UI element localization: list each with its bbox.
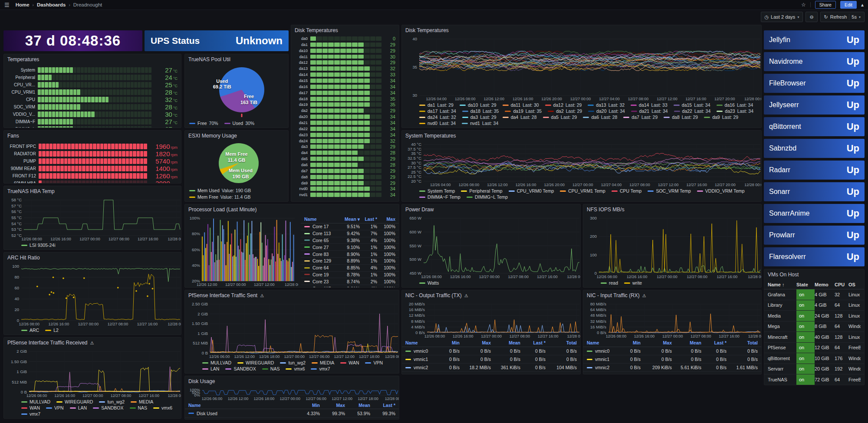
legend-item-vmx7[interactable]: vmx7: [21, 411, 40, 416]
system-temperatures-chart[interactable]: 40 °C37.5 °C35 °C32.5 °C30 °C27.5 °C25 °…: [402, 141, 761, 201]
panel-title[interactable]: NIC - Output Traffic (TX): [405, 292, 462, 298]
legend-item-da15[interactable]: da15Last: 34: [674, 102, 710, 108]
legend-item-da23[interactable]: da23Last: 34: [717, 108, 753, 114]
panel-title[interactable]: Disk Temperatures: [295, 27, 338, 33]
panel-title[interactable]: Fans: [7, 133, 19, 139]
legend-item-da10[interactable]: da10Last: 29: [460, 102, 496, 108]
column-header-max[interactable]: Max: [377, 216, 395, 222]
column-header-memo[interactable]: Memo: [815, 282, 835, 287]
chart-plot-area[interactable]: 100%80%60%40%20%12/26 12:0012/27 00:0012…: [187, 215, 298, 287]
column-header-last-[interactable]: Last *: [520, 340, 546, 345]
legend-item-da19[interactable]: da19Last: 35: [505, 108, 542, 114]
column-header-mean[interactable]: Mean: [491, 340, 520, 345]
chart-plot-area[interactable]: 58 °C57 °C56 °C55 °C54 °C53 °C52 °C12/26…: [7, 197, 181, 242]
panel-title[interactable]: Disk Temperatures: [405, 27, 449, 33]
legend-item-SOC_VRM Temp[interactable]: SOC_VRM Temp: [648, 188, 690, 193]
menu-icon[interactable]: ☰: [4, 2, 10, 8]
legend-item-da20[interactable]: da20Last: 34: [588, 108, 625, 114]
legend-item-da12[interactable]: da12Last: 29: [545, 102, 582, 108]
column-header-max[interactable]: Max: [320, 403, 345, 408]
chart-plot-area[interactable]: 2.50 GiB2 GiB1.50 GiB1 GiB512 MiB0 B12/2…: [187, 301, 399, 359]
panel-title[interactable]: System Temperatures: [405, 133, 456, 139]
legend-item-MULLVAD[interactable]: MULLVAD: [21, 399, 50, 404]
column-header-state[interactable]: State: [796, 282, 815, 287]
column-header-max[interactable]: Max: [641, 340, 672, 345]
legend-item-da21[interactable]: da21Last: 34: [631, 108, 668, 114]
column-header-last-[interactable]: Last *: [360, 216, 377, 222]
collapse-nav-icon[interactable]: ▴: [861, 2, 864, 8]
column-header-name[interactable]: Name: [304, 216, 337, 222]
chart-plot-area[interactable]: 2 GiB1.50 GiB1 GiB512 MiB0 B12/26 08:001…: [7, 348, 181, 398]
edit-button[interactable]: Edit: [840, 1, 857, 9]
panel-title[interactable]: TrueNAS HBA Temp: [7, 188, 55, 194]
legend-item-WAN[interactable]: WAN: [340, 360, 359, 365]
legend-item-ARC[interactable]: ARC: [21, 328, 39, 333]
chart-plot-area[interactable]: 100%50%0%12/26 06:0012/26 12:0012/26 18:…: [187, 387, 399, 401]
chart-plot-area[interactable]: 300200100012/26 08:0012/26 16:0012/27 00…: [586, 215, 762, 279]
legend-item-da17[interactable]: da17Last: 34: [419, 108, 456, 114]
legend-item-nvd1[interactable]: nvd1Last: 34: [462, 121, 498, 126]
chart-plot-area[interactable]: 10080604020012/26 08:0012/26 16:0012/27 …: [7, 263, 181, 327]
legend-item-L2[interactable]: L2: [45, 328, 59, 333]
legend-item-Free[interactable]: Free70%: [189, 121, 218, 126]
legend-item-da5[interactable]: da5Last: 29: [543, 115, 577, 120]
legend-item-read[interactable]: read: [601, 280, 618, 285]
breadcrumb-home[interactable]: Home: [16, 2, 30, 7]
legend-item-CPU Temp[interactable]: CPU Temp: [612, 188, 642, 193]
panel-title[interactable]: Power Draw: [405, 207, 434, 213]
panel-title[interactable]: NFS IOPS MB/s: [587, 207, 625, 213]
legend-item-Mem Used[interactable]: Mem UsedValue: 190 GB: [189, 188, 251, 193]
legend-item-WIREGUARD[interactable]: WIREGUARD: [56, 399, 93, 404]
legend-item-vmx7[interactable]: vmx7: [311, 366, 330, 371]
column-header-min[interactable]: Min: [295, 403, 320, 408]
legend-item-da2[interactable]: da2Last: 29: [548, 108, 582, 114]
legend-item-da6[interactable]: da6Last: 28: [583, 115, 617, 120]
panel-title[interactable]: PfSense Interface Traffic Sent: [188, 292, 257, 298]
legend-item-da16[interactable]: da16Last: 34: [717, 102, 753, 108]
column-header-mean[interactable]: Mean: [672, 340, 701, 345]
column-header-total[interactable]: Total: [727, 340, 758, 345]
legend-item-SANDBOX[interactable]: SANDBOX: [93, 405, 123, 410]
legend-item-da1[interactable]: da1Last: 29: [419, 102, 454, 108]
legend-item-da24[interactable]: da24Last: 32: [419, 115, 456, 120]
legend-item-MEDIA[interactable]: MEDIA: [131, 399, 153, 404]
legend-item-Watts[interactable]: Watts: [419, 280, 439, 285]
refresh-group[interactable]: ↻ Refresh 5s ▾: [820, 12, 865, 22]
legend-item-DIMMG~L Temp[interactable]: DIMMG~L Temp: [467, 194, 508, 200]
power-draw-chart[interactable]: 650 W600 W550 W500 W450 W12/26 08:0012/2…: [402, 215, 580, 287]
column-header-min[interactable]: Min: [434, 340, 460, 345]
legend-item-DIMMA~F Temp[interactable]: DIMMA~F Temp: [419, 194, 460, 200]
legend-item-LSI 9305-24i[interactable]: LSI 9305-24i: [21, 243, 56, 248]
column-header-mean-[interactable]: Mean ▾: [337, 216, 360, 222]
hba-temp-chart[interactable]: 58 °C57 °C56 °C55 °C54 °C53 °C52 °C12/26…: [4, 197, 181, 249]
legend-item-VDDIO_VRM Temp[interactable]: VDDIO_VRM Temp: [697, 188, 745, 193]
share-button[interactable]: Share: [815, 1, 836, 9]
panel-title[interactable]: Temperatures: [7, 56, 39, 62]
legend-item-Used[interactable]: Used30%: [224, 121, 255, 126]
legend-item-LAN[interactable]: LAN: [202, 366, 219, 371]
legend-item-da22[interactable]: da22Last: 34: [674, 108, 711, 114]
legend-item-WAN[interactable]: WAN: [21, 405, 40, 410]
star-icon[interactable]: ☆: [801, 2, 806, 8]
nfs-iops-chart[interactable]: 300200100012/26 08:0012/26 16:0012/27 00…: [583, 215, 761, 287]
panel-title[interactable]: Processor Load (Last Minute): [188, 207, 256, 213]
disk-usage-chart[interactable]: 100%50%0%12/26 06:0012/26 12:0012/26 18:…: [185, 387, 399, 401]
column-header-name[interactable]: Name: [587, 340, 615, 345]
column-header-name[interactable]: Name: [405, 340, 434, 345]
column-header-total[interactable]: Total: [546, 340, 577, 345]
column-header-max[interactable]: Max: [460, 340, 491, 345]
pool-pie-chart[interactable]: Used69.2 TiBFree163 TiB: [185, 65, 288, 120]
disk-temperatures-chart[interactable]: 40353012/26 04:0012/26 08:0012/26 12:001…: [402, 36, 761, 128]
chart-plot-area[interactable]: 40 °C37.5 °C35 °C32.5 °C30 °C27.5 °C25 °…: [404, 141, 762, 187]
column-header-cpu[interactable]: CPU: [835, 282, 848, 287]
legend-item-NAS[interactable]: NAS: [130, 405, 148, 410]
legend-item-write[interactable]: write: [624, 280, 642, 285]
legend-item-da14[interactable]: da14Last: 33: [631, 102, 667, 108]
legend-item-tun_wg2[interactable]: tun_wg2: [99, 399, 125, 404]
legend-item-vmx6[interactable]: vmx6: [286, 366, 305, 371]
panel-title[interactable]: PfSense Interface Traffic Received: [7, 340, 88, 346]
nic-rx-chart[interactable]: 80 MiB/s64 MiB/s48 MiB/s32 MiB/s16 MiB/s…: [583, 301, 761, 339]
legend-item-da11[interactable]: da11Last: 30: [503, 102, 539, 108]
legend-item-CPU_VRM0 Temp[interactable]: CPU_VRM0 Temp: [509, 188, 554, 193]
legend-item-da8[interactable]: da8Last: 29: [664, 115, 698, 120]
